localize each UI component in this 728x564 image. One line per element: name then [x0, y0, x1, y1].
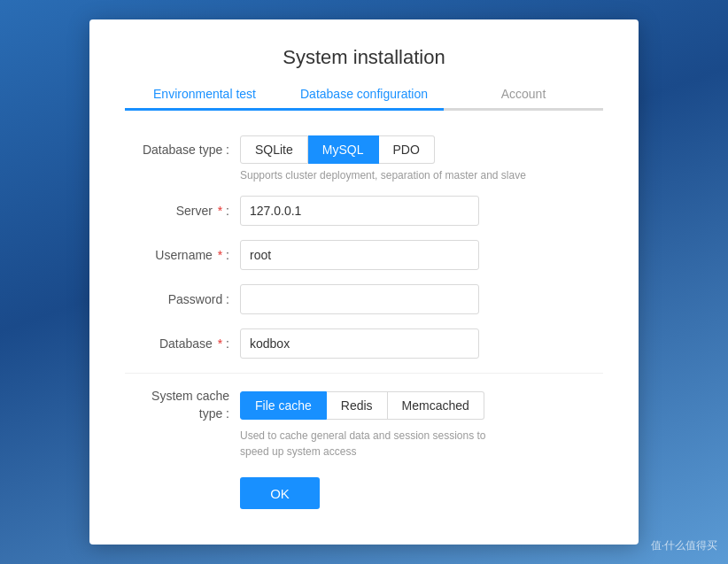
steps-bar: Environmental test Database configuratio…: [125, 87, 603, 111]
cache-type-group: File cache Redis Memcached: [240, 391, 484, 420]
step-account: Account: [444, 87, 603, 111]
watermark: 值·什么值得买: [651, 538, 717, 553]
btn-memcached[interactable]: Memcached: [388, 391, 484, 420]
section-divider: [125, 373, 603, 374]
database-row: Database * :: [125, 328, 603, 359]
btn-mysql[interactable]: MySQL: [308, 135, 379, 164]
btn-redis[interactable]: Redis: [327, 391, 388, 420]
db-type-hint: Supports cluster deployment, separation …: [240, 169, 603, 182]
btn-filecache[interactable]: File cache: [240, 391, 327, 420]
server-input[interactable]: [240, 196, 479, 226]
database-required: *: [218, 336, 222, 351]
password-input[interactable]: [240, 284, 479, 314]
step-database: Database configuration: [284, 87, 444, 111]
server-row: Server * :: [125, 196, 603, 226]
btn-pdo[interactable]: PDO: [379, 135, 435, 164]
database-label: Database * :: [125, 336, 240, 351]
step-label-account: Account: [444, 87, 603, 101]
cache-hint: Used to cache general data and session s…: [240, 428, 488, 460]
btn-sqlite[interactable]: SQLite: [240, 135, 308, 164]
step-environmental: Environmental test: [125, 87, 284, 111]
database-input[interactable]: [240, 328, 479, 359]
db-type-label: Database type :: [125, 143, 240, 157]
step-label-database: Database configuration: [284, 87, 444, 101]
username-row: Username * :: [125, 240, 603, 270]
page-title: System installation: [125, 46, 603, 69]
step-label-environmental: Environmental test: [125, 87, 284, 101]
ok-button[interactable]: OK: [240, 477, 320, 509]
server-label: Server * :: [125, 204, 240, 218]
cache-row: System cachetype : File cache Redis Memc…: [125, 388, 603, 422]
server-required: *: [218, 204, 222, 218]
cache-label: System cachetype :: [125, 388, 240, 422]
db-type-group: SQLite MySQL PDO: [240, 135, 435, 164]
password-row: Password :: [125, 284, 603, 314]
username-input[interactable]: [240, 240, 479, 270]
form-section: Database type : SQLite MySQL PDO Support…: [125, 135, 603, 509]
install-modal: System installation Environmental test D…: [89, 19, 639, 545]
password-label: Password :: [125, 292, 240, 306]
db-type-row: Database type : SQLite MySQL PDO: [125, 135, 603, 164]
step-bar-database: [284, 108, 444, 111]
username-required: *: [218, 248, 222, 262]
step-bar-account: [444, 108, 603, 111]
step-bar-environmental: [125, 108, 284, 111]
username-label: Username * :: [125, 248, 240, 262]
